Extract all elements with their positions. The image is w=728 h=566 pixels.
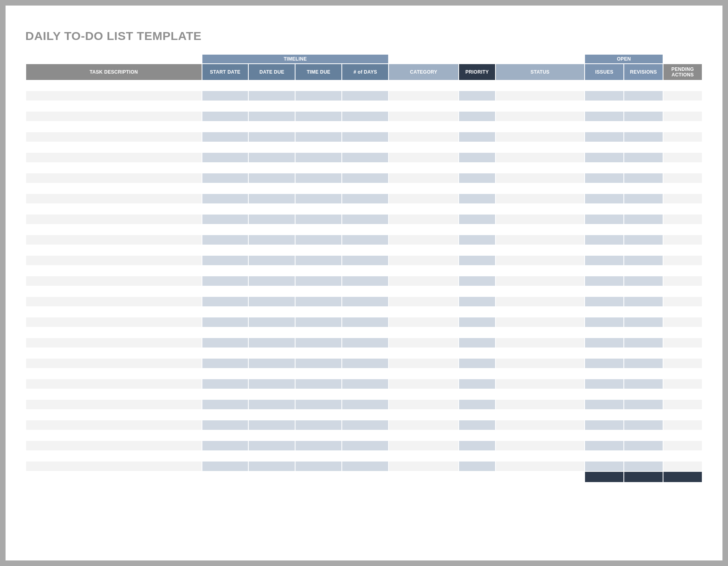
cell-status[interactable] [496,215,584,224]
cell-revisions[interactable] [624,431,663,440]
cell-task-description[interactable] [26,317,202,327]
cell-date-due[interactable] [249,379,295,389]
cell-revisions[interactable] [624,184,663,193]
cell-time-due[interactable] [295,132,341,142]
cell-priority[interactable] [459,142,495,152]
cell-time-due[interactable] [295,420,341,430]
cell-status[interactable] [496,266,584,275]
cell-time-due[interactable] [295,389,341,399]
cell-start-date[interactable] [202,225,248,234]
cell-status[interactable] [496,328,584,337]
cell-pending-actions[interactable] [663,410,702,420]
cell-num-days[interactable] [342,81,388,90]
cell-task-description[interactable] [26,194,202,203]
cell-task-description[interactable] [26,225,202,234]
cell-time-due[interactable] [295,431,341,440]
cell-start-date[interactable] [202,369,248,378]
cell-issues[interactable] [585,379,623,389]
cell-date-due[interactable] [249,245,295,255]
cell-time-due[interactable] [295,112,341,121]
cell-issues[interactable] [585,307,623,317]
cell-pending-actions[interactable] [663,194,702,203]
cell-pending-actions[interactable] [663,462,702,471]
cell-task-description[interactable] [26,462,202,471]
cell-revisions[interactable] [624,328,663,337]
cell-date-due[interactable] [249,359,295,368]
cell-num-days[interactable] [342,410,388,420]
cell-revisions[interactable] [624,338,663,348]
cell-issues[interactable] [585,451,623,461]
cell-issues[interactable] [585,338,623,348]
cell-status[interactable] [496,122,584,131]
cell-issues[interactable] [585,101,623,111]
cell-priority[interactable] [459,215,495,224]
cell-issues[interactable] [585,348,623,358]
cell-start-date[interactable] [202,276,248,286]
cell-priority[interactable] [459,204,495,214]
cell-pending-actions[interactable] [663,359,702,368]
cell-issues[interactable] [585,245,623,255]
cell-task-description[interactable] [26,153,202,162]
cell-pending-actions[interactable] [663,317,702,327]
cell-issues[interactable] [585,122,623,131]
cell-priority[interactable] [459,400,495,409]
cell-revisions[interactable] [624,369,663,378]
cell-num-days[interactable] [342,122,388,131]
cell-start-date[interactable] [202,348,248,358]
cell-start-date[interactable] [202,163,248,173]
cell-pending-actions[interactable] [663,389,702,399]
cell-priority[interactable] [459,420,495,430]
cell-category[interactable] [389,276,458,286]
cell-date-due[interactable] [249,276,295,286]
cell-num-days[interactable] [342,266,388,275]
cell-start-date[interactable] [202,245,248,255]
cell-category[interactable] [389,328,458,337]
cell-category[interactable] [389,389,458,399]
cell-pending-actions[interactable] [663,215,702,224]
cell-priority[interactable] [459,132,495,142]
cell-task-description[interactable] [26,338,202,348]
cell-start-date[interactable] [202,359,248,368]
cell-issues[interactable] [585,400,623,409]
cell-time-due[interactable] [295,287,341,296]
cell-num-days[interactable] [342,348,388,358]
cell-revisions[interactable] [624,256,663,265]
cell-status[interactable] [496,451,584,461]
cell-revisions[interactable] [624,276,663,286]
cell-status[interactable] [496,389,584,399]
cell-category[interactable] [389,441,458,450]
cell-start-date[interactable] [202,266,248,275]
cell-pending-actions[interactable] [663,153,702,162]
cell-revisions[interactable] [624,359,663,368]
cell-pending-actions[interactable] [663,245,702,255]
cell-issues[interactable] [585,441,623,450]
cell-task-description[interactable] [26,307,202,317]
cell-pending-actions[interactable] [663,297,702,306]
cell-revisions[interactable] [624,173,663,183]
cell-pending-actions[interactable] [663,420,702,430]
cell-time-due[interactable] [295,400,341,409]
cell-revisions[interactable] [624,112,663,121]
cell-priority[interactable] [459,194,495,203]
cell-category[interactable] [389,451,458,461]
cell-status[interactable] [496,194,584,203]
cell-issues[interactable] [585,225,623,234]
cell-date-due[interactable] [249,153,295,162]
cell-time-due[interactable] [295,307,341,317]
cell-pending-actions[interactable] [663,256,702,265]
cell-num-days[interactable] [342,256,388,265]
cell-revisions[interactable] [624,91,663,101]
cell-task-description[interactable] [26,122,202,131]
cell-time-due[interactable] [295,173,341,183]
cell-category[interactable] [389,297,458,306]
cell-time-due[interactable] [295,81,341,90]
cell-num-days[interactable] [342,379,388,389]
cell-category[interactable] [389,163,458,173]
cell-date-due[interactable] [249,338,295,348]
cell-task-description[interactable] [26,431,202,440]
cell-priority[interactable] [459,266,495,275]
cell-start-date[interactable] [202,431,248,440]
cell-task-description[interactable] [26,287,202,296]
cell-pending-actions[interactable] [663,348,702,358]
cell-status[interactable] [496,287,584,296]
